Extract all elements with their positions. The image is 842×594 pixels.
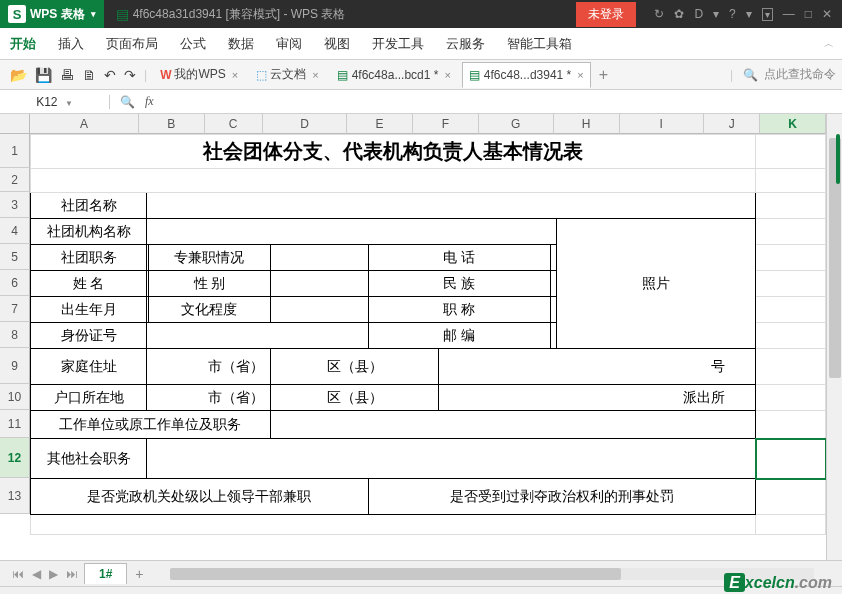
sheet-nav-last-icon[interactable]: ⏭ xyxy=(62,567,82,581)
tab-my-wps[interactable]: W 我的WPS × xyxy=(153,62,245,88)
sync-icon[interactable]: ↻ xyxy=(654,7,664,21)
row-header-5[interactable]: 5 xyxy=(0,244,30,270)
new-tab-button[interactable]: + xyxy=(593,66,614,84)
menu-start[interactable]: 开始 xyxy=(10,35,36,53)
sheet-tab-1[interactable]: 1# xyxy=(84,563,127,584)
login-button[interactable]: 未登录 xyxy=(576,2,636,27)
skin-icon[interactable]: D xyxy=(694,7,703,21)
cell[interactable] xyxy=(147,439,756,479)
row-header-11[interactable]: 11 xyxy=(0,410,30,438)
col-header-H[interactable]: H xyxy=(554,114,620,134)
menu-insert[interactable]: 插入 xyxy=(58,35,84,53)
menu-data[interactable]: 数据 xyxy=(228,35,254,53)
menu-page-layout[interactable]: 页面布局 xyxy=(106,35,158,53)
scrollbar-thumb[interactable] xyxy=(170,568,621,580)
cell[interactable]: 市（省） xyxy=(147,349,271,385)
cell[interactable] xyxy=(756,169,826,193)
cell[interactable]: 出生年月 xyxy=(31,297,147,323)
cell[interactable] xyxy=(31,169,756,193)
cell[interactable] xyxy=(270,271,368,297)
cell[interactable]: 是否受到过剥夺政治权利的刑事处罚 xyxy=(368,479,755,515)
tab-doc-2[interactable]: ▤ 4f6c48...d3941 * × xyxy=(462,62,591,88)
row-header-10[interactable]: 10 xyxy=(0,384,30,410)
cell[interactable]: 是否党政机关处级以上领导干部兼职 xyxy=(31,479,369,515)
cell[interactable] xyxy=(756,411,826,439)
namebox-dropdown-icon[interactable]: ▼ xyxy=(65,99,73,108)
maximize-icon[interactable]: □ xyxy=(805,7,812,21)
cell[interactable] xyxy=(756,323,826,349)
select-all-corner[interactable] xyxy=(0,114,30,134)
tab-cloud-docs[interactable]: ⬚ 云文档 × xyxy=(249,62,325,88)
app-logo[interactable]: S WPS 表格 ▾ xyxy=(0,0,104,28)
cell[interactable] xyxy=(147,219,557,245)
cell[interactable]: 职 称 xyxy=(368,297,550,323)
menu-formula[interactable]: 公式 xyxy=(180,35,206,53)
cell[interactable]: 社会团体分支、代表机构负责人基本情况表 xyxy=(31,135,756,169)
cell[interactable] xyxy=(756,515,826,535)
col-header-K[interactable]: K xyxy=(760,114,826,134)
cell[interactable]: 市（省） xyxy=(147,385,271,411)
cell[interactable]: 其他社会职务 xyxy=(31,439,147,479)
cell[interactable] xyxy=(147,323,369,349)
row-header-9[interactable]: 9 xyxy=(0,348,30,384)
menu-view[interactable]: 视图 xyxy=(324,35,350,53)
col-header-E[interactable]: E xyxy=(347,114,413,134)
cell[interactable] xyxy=(756,271,826,297)
row-header-6[interactable]: 6 xyxy=(0,270,30,296)
cell[interactable]: 照片 xyxy=(557,219,756,349)
cell[interactable]: 邮 编 xyxy=(368,323,550,349)
col-header-A[interactable]: A xyxy=(30,114,139,134)
print-icon[interactable]: 🖶 xyxy=(60,67,74,83)
menu-dev-tools[interactable]: 开发工具 xyxy=(372,35,424,53)
open-file-icon[interactable]: 📂 xyxy=(10,67,27,83)
col-header-F[interactable]: F xyxy=(413,114,479,134)
close-window-icon[interactable]: ✕ xyxy=(822,7,832,21)
name-box[interactable]: K12 ▼ xyxy=(0,95,110,109)
restore-down-icon[interactable]: ▾ xyxy=(762,8,773,21)
cell[interactable] xyxy=(270,411,755,439)
col-header-I[interactable]: I xyxy=(620,114,704,134)
cell[interactable] xyxy=(550,297,557,323)
caret-down-icon[interactable]: ▾ xyxy=(713,7,719,21)
row-header-1[interactable]: 1 xyxy=(0,134,30,168)
cell[interactable]: 社团职务 xyxy=(31,245,147,271)
minimize-icon[interactable]: — xyxy=(783,7,795,21)
cell[interactable]: 姓 名 xyxy=(31,271,147,297)
row-header-3[interactable]: 3 xyxy=(0,192,30,218)
cell[interactable] xyxy=(550,271,557,297)
cell[interactable]: 电 话 xyxy=(368,245,550,271)
sheet-nav-next-icon[interactable]: ▶ xyxy=(45,567,62,581)
settings-gear-icon[interactable]: ✿ xyxy=(674,7,684,21)
command-search-hint[interactable]: 点此查找命令 xyxy=(764,66,836,83)
row-header-8[interactable]: 8 xyxy=(0,322,30,348)
row-header-12[interactable]: 12 xyxy=(0,438,30,478)
cell[interactable] xyxy=(270,245,368,271)
help-icon[interactable]: ? xyxy=(729,7,736,21)
col-header-C[interactable]: C xyxy=(205,114,263,134)
close-tab-icon[interactable]: × xyxy=(577,69,583,81)
col-header-D[interactable]: D xyxy=(263,114,347,134)
cell[interactable] xyxy=(756,349,826,385)
sheet-nav-prev-icon[interactable]: ◀ xyxy=(28,567,45,581)
cancel-edit-icon[interactable]: 🔍 xyxy=(120,95,135,109)
cell[interactable] xyxy=(756,479,826,515)
cell[interactable]: 区（县） xyxy=(270,385,439,411)
app-menu-caret-icon[interactable]: ▾ xyxy=(91,9,96,19)
cell[interactable] xyxy=(756,193,826,219)
cell[interactable]: 身份证号 xyxy=(31,323,147,349)
ribbon-collapse-icon[interactable]: ︿ xyxy=(824,37,834,51)
add-sheet-button[interactable]: + xyxy=(129,566,149,582)
save-icon[interactable]: 💾 xyxy=(35,67,52,83)
row-header-7[interactable]: 7 xyxy=(0,296,30,322)
cell[interactable]: 专兼职情况 xyxy=(148,245,270,271)
close-tab-icon[interactable]: × xyxy=(444,69,450,81)
cell[interactable]: 文化程度 xyxy=(148,297,270,323)
cell[interactable] xyxy=(756,297,826,323)
cell[interactable]: 社团名称 xyxy=(31,193,147,219)
cell[interactable] xyxy=(550,245,557,271)
cell[interactable]: 派出所 xyxy=(439,385,756,411)
vertical-scrollbar[interactable] xyxy=(826,114,842,560)
row-header-13[interactable]: 13 xyxy=(0,478,30,514)
cell[interactable] xyxy=(270,297,368,323)
cell[interactable]: 号 xyxy=(439,349,756,385)
